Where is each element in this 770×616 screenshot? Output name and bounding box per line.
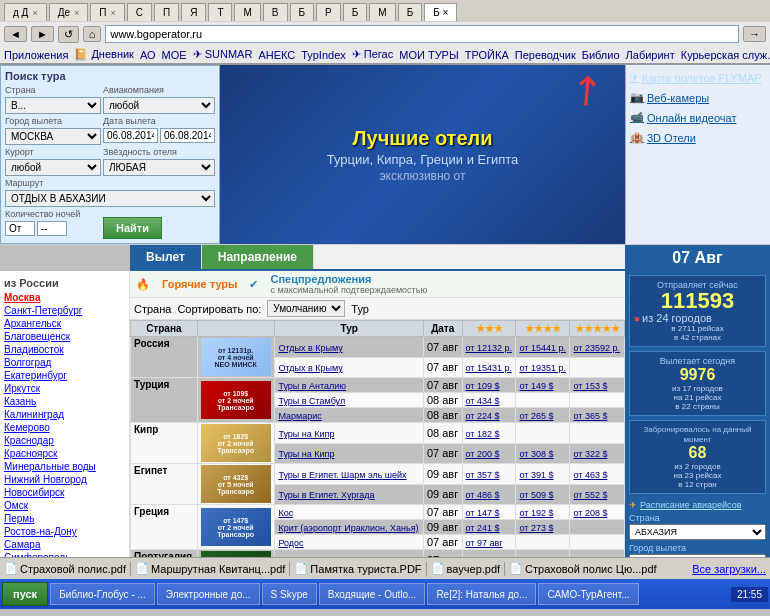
banner[interactable]: Лучшие отели Турции, Кипра, Греции и Еги… bbox=[220, 65, 625, 244]
price-4[interactable]: от 273 $ bbox=[519, 523, 553, 533]
tour-link[interactable]: Туры в Египет. Хургада bbox=[278, 490, 374, 500]
price-3[interactable]: от 241 $ bbox=[466, 523, 500, 533]
tab-5[interactable]: Я bbox=[181, 3, 206, 21]
price-3[interactable]: от 15431 р. bbox=[466, 363, 512, 373]
taskbar-item-5[interactable]: САМО-ТурАгент... bbox=[538, 583, 638, 605]
videochat-link[interactable]: 📹 Онлайн видеочат bbox=[630, 111, 766, 124]
tab-2[interactable]: П × bbox=[90, 3, 124, 21]
price-4[interactable]: от 265 $ bbox=[519, 411, 553, 421]
price-3[interactable]: от 486 $ bbox=[466, 490, 500, 500]
tour-link[interactable]: Крит (аэропорт Ираклион, Ханья) bbox=[278, 523, 418, 533]
bookmark-moe[interactable]: МОЕ bbox=[162, 49, 187, 61]
depart-from-input[interactable] bbox=[103, 128, 158, 143]
price-4[interactable]: от 509 $ bbox=[519, 490, 553, 500]
taskbar-item-2[interactable]: S Skype bbox=[262, 583, 317, 605]
tour-link[interactable]: Мармарис bbox=[278, 411, 321, 421]
tour-link[interactable]: Кос bbox=[278, 508, 293, 518]
price-5[interactable]: от 23592 р. bbox=[573, 343, 619, 353]
sidebar-city-1[interactable]: Санкт-Петербург bbox=[4, 304, 125, 317]
price-4[interactable]: от 391 $ bbox=[519, 470, 553, 480]
tab-3[interactable]: С bbox=[127, 3, 152, 21]
price-3[interactable]: от 182 $ bbox=[466, 429, 500, 439]
price-4[interactable]: от 19351 р. bbox=[519, 363, 565, 373]
price-3[interactable]: от 434 $ bbox=[466, 396, 500, 406]
3d-hotels-link[interactable]: 🏨 3D Отели bbox=[630, 131, 766, 144]
bookmark-courier[interactable]: Курьерская служ... bbox=[681, 49, 770, 61]
sidebar-city-8[interactable]: Казань bbox=[4, 395, 125, 408]
sidebar-city-13[interactable]: Минеральные воды bbox=[4, 460, 125, 473]
price-4[interactable]: от 1101 $ bbox=[519, 556, 558, 557]
tab-8[interactable]: В bbox=[263, 3, 288, 21]
price-3[interactable]: от 97 авг bbox=[466, 538, 503, 548]
flymap-link[interactable]: ✈ Карта полетов FLYMAP bbox=[630, 71, 766, 84]
price-3[interactable]: от 200 $ bbox=[466, 449, 500, 459]
tour-link[interactable]: Отдых в Крыму bbox=[278, 363, 342, 373]
bookmark-ao[interactable]: АО bbox=[140, 49, 156, 61]
nights-to-input[interactable] bbox=[37, 221, 67, 236]
tab-depart[interactable]: Вылет bbox=[130, 245, 202, 269]
country-select[interactable]: В... bbox=[5, 97, 101, 114]
price-5[interactable]: от 153 $ bbox=[573, 381, 607, 391]
sidebar-city-4[interactable]: Владивосток bbox=[4, 343, 125, 356]
price-4[interactable]: от 149 $ bbox=[519, 381, 553, 391]
depart-to-input[interactable] bbox=[160, 128, 215, 143]
tour-link[interactable]: Туры в Египет. Шарм эль шейх bbox=[278, 470, 406, 480]
schedule-link[interactable]: ✈ Расписание авиарейсов bbox=[629, 498, 766, 510]
tab-0[interactable]: д Д × bbox=[4, 3, 47, 21]
price-3[interactable]: от 224 $ bbox=[466, 411, 500, 421]
tab-13[interactable]: Б bbox=[398, 3, 423, 21]
start-button[interactable]: пуск bbox=[2, 582, 48, 606]
tab-7[interactable]: М bbox=[234, 3, 260, 21]
taskbar-item-4[interactable]: Re[2]: Наталья до... bbox=[427, 583, 536, 605]
status-item-3[interactable]: 📄 ваучер.pdf bbox=[431, 562, 501, 575]
sidebar-city-20[interactable]: Симферополь bbox=[4, 551, 125, 557]
tour-link[interactable]: Туры в Анталию bbox=[278, 381, 346, 391]
forward-button[interactable]: ► bbox=[31, 26, 54, 42]
tour-link[interactable]: Туры в Стамбул bbox=[278, 396, 345, 406]
hot-label[interactable]: Горячие туры bbox=[162, 278, 237, 290]
sort-select[interactable]: Умолчанию bbox=[267, 300, 345, 317]
price-3[interactable]: от 357 $ bbox=[466, 470, 500, 480]
sidebar-city-9[interactable]: Калининград bbox=[4, 408, 125, 421]
price-5[interactable]: от 208 $ bbox=[573, 508, 607, 518]
status-item-1[interactable]: 📄 Маршрутная Квитанц...pdf bbox=[135, 562, 285, 575]
tab-direction[interactable]: Направление bbox=[202, 245, 314, 269]
tour-image[interactable]: от 109$от 2 ночейТрансаэро bbox=[201, 381, 271, 419]
price-3[interactable]: от 12132 р. bbox=[466, 343, 512, 353]
tab-10[interactable]: Р bbox=[316, 3, 341, 21]
depart-city-select[interactable]: МОСКВА bbox=[5, 128, 101, 145]
sidebar-city-18[interactable]: Ростов-на-Дону bbox=[4, 525, 125, 538]
tab-4[interactable]: П bbox=[154, 3, 179, 21]
tour-link[interactable]: Лиссабон + отдых на побереж... bbox=[278, 556, 412, 557]
home-button[interactable]: ⌂ bbox=[83, 26, 102, 42]
tour-image[interactable]: от 432$от 5 ночейТрансаэро bbox=[201, 465, 271, 503]
tour-image[interactable]: от 12131р.от 4 ночейNEO МИНСК bbox=[201, 338, 271, 376]
price-5[interactable]: от 365 $ bbox=[573, 411, 607, 421]
bookmark-labirint[interactable]: Лабиринт bbox=[626, 49, 675, 61]
taskbar-item-1[interactable]: Электронные до... bbox=[157, 583, 260, 605]
bookmark-sunmar[interactable]: ✈ SUNMAR bbox=[193, 48, 253, 61]
tab-6[interactable]: Т bbox=[208, 3, 232, 21]
go-button[interactable]: → bbox=[743, 26, 766, 42]
address-bar[interactable]: www.bgoperator.ru bbox=[105, 25, 739, 43]
price-5[interactable]: от 463 $ bbox=[573, 470, 607, 480]
tab-12[interactable]: М bbox=[369, 3, 395, 21]
taskbar-item-0[interactable]: Библио-Глобус - ... bbox=[50, 583, 155, 605]
right-country-select[interactable]: АБХАЗИЯ bbox=[629, 524, 766, 540]
tour-link[interactable]: Туры на Кипр bbox=[278, 429, 334, 439]
sidebar-city-17[interactable]: Пермь bbox=[4, 512, 125, 525]
price-5[interactable]: от 552 $ bbox=[573, 490, 607, 500]
tab-9[interactable]: Б bbox=[290, 3, 315, 21]
bookmark-turindex[interactable]: ТурIndex bbox=[301, 49, 346, 61]
sidebar-city-12[interactable]: Красноярск bbox=[4, 447, 125, 460]
price-3[interactable]: от 109 $ bbox=[466, 381, 500, 391]
refresh-button[interactable]: ↺ bbox=[58, 26, 79, 43]
route-select[interactable]: ОТДЫХ В АБХАЗИИ bbox=[5, 190, 215, 207]
back-button[interactable]: ◄ bbox=[4, 26, 27, 42]
sidebar-city-16[interactable]: Омск bbox=[4, 499, 125, 512]
tab-1[interactable]: Де × bbox=[49, 3, 89, 21]
taskbar-item-3[interactable]: Входящие - Outlo... bbox=[319, 583, 426, 605]
bookmark-apps[interactable]: Приложения bbox=[4, 49, 68, 61]
tab-11[interactable]: Б bbox=[343, 3, 368, 21]
price-5[interactable]: от 1101 $ bbox=[573, 556, 612, 557]
